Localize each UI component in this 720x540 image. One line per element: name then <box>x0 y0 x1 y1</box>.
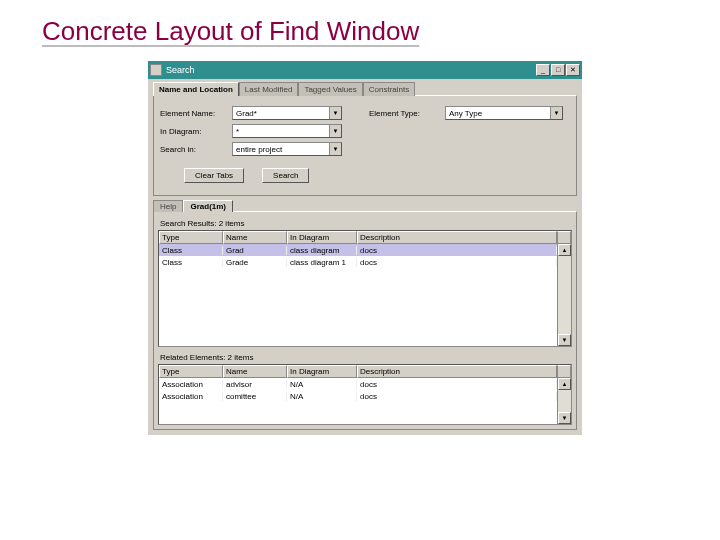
col-name[interactable]: Name <box>223 365 287 378</box>
maximize-button[interactable]: □ <box>551 64 565 76</box>
table-row[interactable]: Association advisor N/A docs <box>159 378 557 390</box>
search-window: Search _ □ ✕ Name and Location Last Modi… <box>148 61 582 435</box>
cell-desc: docs <box>357 258 557 267</box>
element-name-value: Grad* <box>233 109 329 118</box>
cell-type: Association <box>159 392 223 401</box>
in-diagram-label: In Diagram: <box>160 127 228 136</box>
element-name-combo[interactable]: Grad* ▼ <box>232 106 342 120</box>
related-elements-label: Related Elements: 2 items <box>160 353 572 362</box>
cell-type: Class <box>159 258 223 267</box>
scroll-down-icon[interactable]: ▼ <box>558 412 571 424</box>
cell-type: Class <box>159 246 223 255</box>
element-name-label: Element Name: <box>160 109 228 118</box>
cell-name: Grade <box>223 258 287 267</box>
tab-last-modified[interactable]: Last Modified <box>239 82 299 96</box>
table-row[interactable]: Association comittee N/A docs <box>159 390 557 402</box>
col-name[interactable]: Name <box>223 231 287 244</box>
close-button[interactable]: ✕ <box>566 64 580 76</box>
scroll-header <box>557 365 571 378</box>
minimize-button[interactable]: _ <box>536 64 550 76</box>
scroll-down-icon[interactable]: ▼ <box>558 334 571 346</box>
chevron-down-icon[interactable]: ▼ <box>329 143 341 155</box>
tab-constraints[interactable]: Constraints <box>363 82 415 96</box>
tab-name-location[interactable]: Name and Location <box>153 82 239 96</box>
criteria-panel: Element Name: Grad* ▼ In Diagram: * ▼ <box>153 95 577 196</box>
cell-desc: docs <box>357 246 557 255</box>
col-description[interactable]: Description <box>357 231 557 244</box>
search-button[interactable]: Search <box>262 168 309 183</box>
element-type-combo[interactable]: Any Type ▼ <box>445 106 563 120</box>
cell-name: Grad <box>223 246 287 255</box>
results-scrollbar[interactable]: ▲ ▼ <box>557 244 571 346</box>
cell-diag: N/A <box>287 380 357 389</box>
chevron-down-icon[interactable]: ▼ <box>329 125 341 137</box>
scroll-up-icon[interactable]: ▲ <box>558 244 571 256</box>
cell-name: comittee <box>223 392 287 401</box>
scroll-up-icon[interactable]: ▲ <box>558 378 571 390</box>
cell-name: advisor <box>223 380 287 389</box>
window-title: Search <box>166 65 195 75</box>
col-description[interactable]: Description <box>357 365 557 378</box>
search-results-label: Search Results: 2 items <box>160 219 572 228</box>
cell-desc: docs <box>357 392 557 401</box>
col-in-diagram[interactable]: In Diagram <box>287 231 357 244</box>
slide-title: Concrete Layout of Find Window <box>0 0 720 51</box>
cell-diag: class diagram 1 <box>287 258 357 267</box>
element-type-value: Any Type <box>446 109 550 118</box>
cell-type: Association <box>159 380 223 389</box>
results-table: Type Name In Diagram Description Class G… <box>158 230 572 347</box>
tab-tagged-values[interactable]: Tagged Values <box>298 82 362 96</box>
col-type[interactable]: Type <box>159 231 223 244</box>
search-in-value: entire project <box>233 145 329 154</box>
chevron-down-icon[interactable]: ▼ <box>329 107 341 119</box>
criteria-tabs: Name and Location Last Modified Tagged V… <box>153 82 577 96</box>
tab-help[interactable]: Help <box>153 200 183 212</box>
cell-diag: N/A <box>287 392 357 401</box>
search-in-label: Search in: <box>160 145 228 154</box>
col-type[interactable]: Type <box>159 365 223 378</box>
window-titlebar[interactable]: Search _ □ ✕ <box>148 61 582 79</box>
related-scrollbar[interactable]: ▲ ▼ <box>557 378 571 424</box>
in-diagram-value: * <box>233 127 329 136</box>
search-in-combo[interactable]: entire project ▼ <box>232 142 342 156</box>
related-table: Type Name In Diagram Description Associa… <box>158 364 572 425</box>
element-type-label: Element Type: <box>369 109 441 118</box>
table-row[interactable]: Class Grade class diagram 1 docs <box>159 256 557 268</box>
cell-desc: docs <box>357 380 557 389</box>
chevron-down-icon[interactable]: ▼ <box>550 107 562 119</box>
tab-grad[interactable]: Grad(1m) <box>183 200 233 212</box>
in-diagram-combo[interactable]: * ▼ <box>232 124 342 138</box>
table-row[interactable]: Class Grad class diagram docs <box>159 244 557 256</box>
col-in-diagram[interactable]: In Diagram <box>287 365 357 378</box>
clear-tabs-button[interactable]: Clear Tabs <box>184 168 244 183</box>
scroll-header <box>557 231 571 244</box>
cell-diag: class diagram <box>287 246 357 255</box>
app-icon <box>150 64 162 76</box>
